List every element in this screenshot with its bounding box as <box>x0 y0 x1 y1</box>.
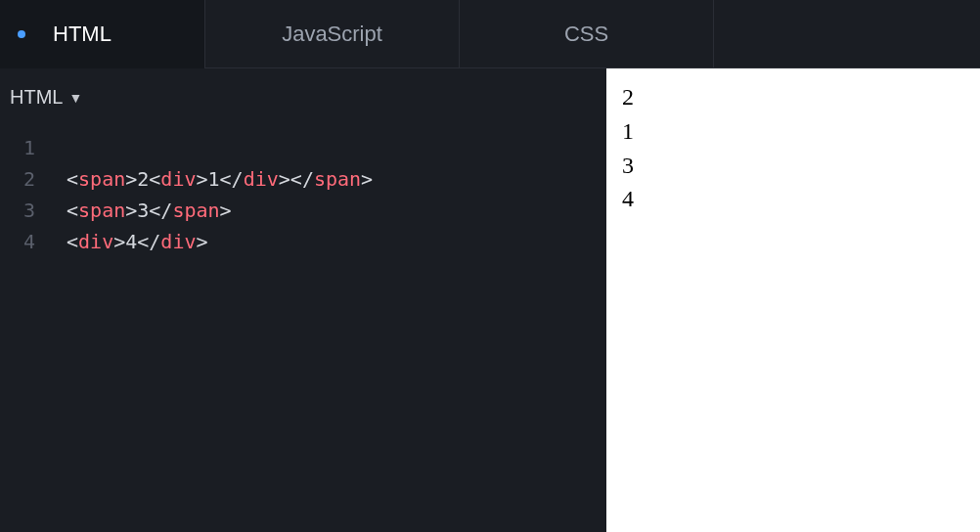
code-line[interactable] <box>67 132 373 163</box>
editor-pane: HTML ▼ 1234 <span>2<div>1</div></span><s… <box>0 68 606 532</box>
code-token-punct: > <box>196 230 207 253</box>
preview-line: 1 <box>622 114 964 149</box>
code-token-tagname: span <box>314 167 361 191</box>
tab-bar: HTML JavaScript CSS <box>0 0 980 68</box>
tab-label: JavaScript <box>282 22 382 47</box>
preview-line: 4 <box>622 182 964 216</box>
code-token-plain: 2 <box>137 167 149 191</box>
code-token-tagname: div <box>160 230 196 253</box>
code-token-punct: > <box>125 167 137 191</box>
code-token-punct: > <box>113 230 125 253</box>
tab-bar-empty <box>714 0 980 68</box>
code-token-punct: > <box>125 199 137 222</box>
code-line[interactable]: <div>4</div> <box>67 226 373 257</box>
code-line[interactable]: <span>3</span> <box>67 195 373 226</box>
modified-indicator-dot <box>18 30 25 38</box>
tab-label: CSS <box>564 22 608 47</box>
code-token-punct: > <box>279 167 290 191</box>
code-token-punct: > <box>196 167 207 191</box>
preview-line: 3 <box>622 149 964 183</box>
language-selector[interactable]: HTML ▼ <box>0 68 606 122</box>
line-number: 3 <box>0 195 35 226</box>
code-token-punct: </ <box>220 167 244 191</box>
preview-line: 2 <box>622 80 964 114</box>
tab-html[interactable]: HTML <box>0 0 205 68</box>
code-token-tagname: span <box>78 199 125 222</box>
code-token-punct: < <box>149 167 160 191</box>
code-token-punct: </ <box>290 167 314 191</box>
tab-css[interactable]: CSS <box>460 0 714 68</box>
code-token-punct: > <box>220 199 232 222</box>
code-token-plain: 4 <box>125 230 137 253</box>
line-number: 1 <box>0 132 35 163</box>
code-token-tagname: span <box>78 167 125 191</box>
main-area: HTML ▼ 1234 <span>2<div>1</div></span><s… <box>0 68 980 532</box>
line-number: 4 <box>0 226 35 257</box>
preview-pane: 2 1 3 4 <box>606 68 980 532</box>
code-token-tagname: span <box>172 199 219 222</box>
code-token-punct: < <box>67 167 78 191</box>
code-token-punct: </ <box>149 199 172 222</box>
tab-javascript[interactable]: JavaScript <box>205 0 460 68</box>
code-token-punct: > <box>361 167 373 191</box>
chevron-down-icon: ▼ <box>68 90 82 106</box>
code-token-plain: 3 <box>137 199 149 222</box>
code-token-tagname: div <box>78 230 113 253</box>
code-line[interactable]: <span>2<div>1</div></span> <box>67 163 373 195</box>
line-number-gutter: 1234 <box>0 132 47 257</box>
code-token-punct: </ <box>137 230 160 253</box>
code-token-plain: 1 <box>208 167 220 191</box>
code-token-tagname: div <box>244 167 279 191</box>
line-number: 2 <box>0 163 35 195</box>
code-token-tagname: div <box>160 167 196 191</box>
language-selector-label: HTML <box>10 86 63 109</box>
code-area[interactable]: 1234 <span>2<div>1</div></span><span>3</… <box>0 122 606 257</box>
code-token-punct: < <box>67 199 78 222</box>
code-content[interactable]: <span>2<div>1</div></span><span>3</span>… <box>47 132 373 257</box>
tab-label: HTML <box>53 22 111 47</box>
code-token-punct: < <box>67 230 78 253</box>
